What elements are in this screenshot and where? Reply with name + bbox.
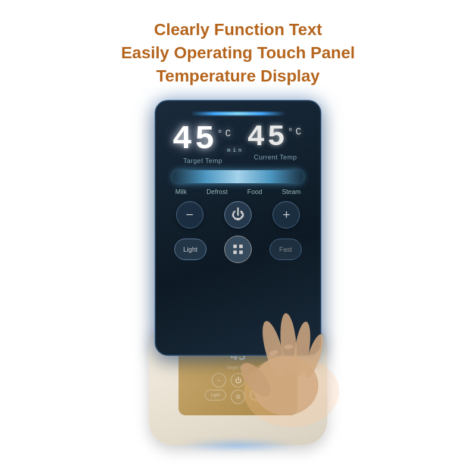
base-light-button[interactable]: Light	[205, 390, 226, 400]
steam-mode-button[interactable]: Steam	[280, 187, 303, 196]
glow-bar	[173, 170, 303, 183]
light-button[interactable]: Light	[174, 239, 206, 260]
panel-glow	[178, 439, 298, 451]
food-mode-button[interactable]: Food	[245, 187, 265, 196]
power-button[interactable]: ⏻	[224, 201, 252, 228]
min-badge: min	[227, 148, 244, 154]
temp-display-row: 45°C min Target Temp 45°C Current Temp	[165, 123, 311, 164]
top-glow-bar	[190, 112, 286, 115]
current-temp-value: 45	[247, 120, 287, 154]
current-temp-number: 45°C	[247, 123, 303, 152]
base-bottom-row: Light ⊞ Fast	[205, 390, 271, 404]
minus-button[interactable]: −	[176, 201, 203, 228]
base-grid-button[interactable]: ⊞	[231, 390, 245, 404]
header-line1: Clearly Function Text	[121, 18, 355, 41]
fast-button[interactable]: Fast	[270, 239, 302, 260]
current-temp-block: 45°C Current Temp	[247, 123, 303, 161]
grid-icon	[233, 244, 243, 255]
header-line2: Easily Operating Touch Panel	[121, 41, 355, 64]
target-temp-block: 45°C min Target Temp	[173, 123, 233, 164]
defrost-mode-button[interactable]: Defrost	[204, 187, 230, 196]
target-temp-value: 45	[173, 120, 217, 158]
svg-rect-1	[239, 245, 243, 248]
device-wrapper: 45°C min Target Temp 45°C Current Temp M…	[113, 100, 363, 445]
bottom-buttons-row: Light Fast	[165, 236, 311, 263]
base-minus-button[interactable]: −	[212, 373, 226, 387]
svg-rect-2	[233, 250, 237, 254]
plus-button[interactable]: +	[273, 201, 300, 228]
mode-buttons-row: Milk Defrost Food Steam	[165, 187, 311, 196]
header-section: Clearly Function Text Easily Operating T…	[121, 18, 355, 88]
svg-rect-0	[233, 245, 237, 248]
svg-rect-3	[239, 250, 243, 254]
base-plus-button[interactable]: +	[250, 373, 264, 387]
base-power-button[interactable]: ⏻	[231, 373, 245, 387]
base-control-row: − ⏻ +	[212, 373, 264, 387]
base-fast-button[interactable]: Fast	[250, 390, 271, 400]
base-panel-label: Target Temp	[227, 365, 249, 369]
grid-button[interactable]	[224, 236, 252, 263]
target-temp-number: 45°C min	[173, 123, 233, 156]
current-celsius: °C	[287, 127, 303, 137]
header-line3: Temperature Display	[121, 64, 355, 87]
milk-mode-button[interactable]: Milk	[173, 187, 190, 196]
current-temp-label: Current Temp	[254, 154, 297, 161]
control-buttons-row: − ⏻ +	[165, 201, 311, 228]
touch-panel: 45°C min Target Temp 45°C Current Temp M…	[155, 100, 321, 356]
target-celsius: °C	[217, 129, 233, 139]
